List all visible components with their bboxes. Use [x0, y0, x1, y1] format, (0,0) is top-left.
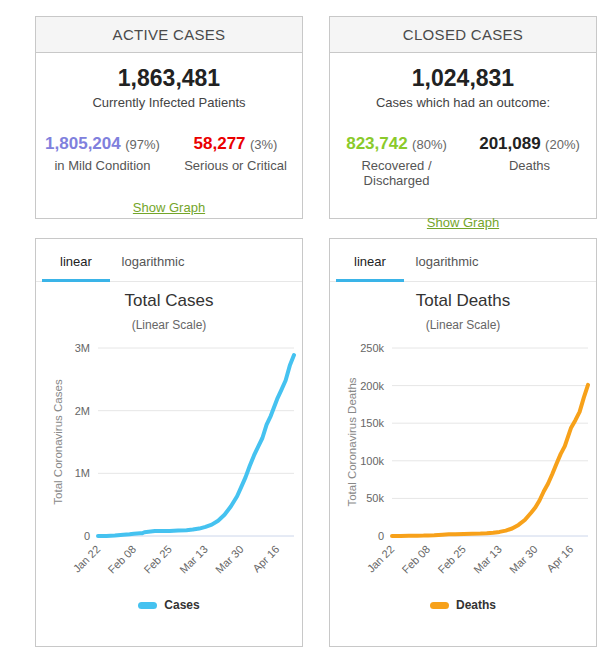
active-cases-header: ACTIVE CASES: [36, 17, 302, 53]
active-show-graph-link[interactable]: Show Graph: [133, 200, 205, 215]
y-tick-label: 2M: [75, 405, 90, 417]
x-tick-label: Apr 16: [250, 543, 281, 574]
chart-title: Total Cases: [36, 291, 302, 311]
y-axis-title: Total Coronavirus Cases: [52, 379, 64, 505]
series-line: [98, 355, 294, 536]
deaths-legend-label: Deaths: [456, 598, 496, 612]
closed-total-label: Cases which had an outcome:: [330, 95, 596, 110]
x-tick-label: Mar 13: [177, 543, 210, 576]
panel-title: ACTIVE CASES: [113, 26, 226, 43]
active-cases-panel: ACTIVE CASES 1,863,481 Currently Infecte…: [35, 16, 303, 219]
deaths-legend-item[interactable]: Deaths: [330, 598, 596, 612]
deaths-scale-tabs: linear logarithmic: [330, 239, 596, 282]
serious-critical-cell: 58,277 (3%) Serious or Critical: [169, 134, 302, 173]
closed-breakdown-row: 823,742 (80%) Recovered / Discharged 201…: [330, 134, 596, 188]
page-root: ACTIVE CASES 1,863,481 Currently Infecte…: [0, 0, 612, 670]
x-tick-label: Mar 30: [213, 543, 246, 576]
serious-critical-value: 58,277: [194, 134, 246, 153]
y-tick-label: 150k: [360, 417, 384, 429]
closed-cases-body: 1,024,831 Cases which had an outcome: 82…: [330, 65, 596, 231]
deaths-line-marker-icon: [430, 602, 449, 609]
cases-line-chart: 01M2M3MJan 22Feb 08Feb 25Mar 13Mar 30Apr…: [36, 334, 302, 596]
closed-show-graph-link[interactable]: Show Graph: [427, 215, 499, 230]
closed-cases-panel: CLOSED CASES 1,024,831 Cases which had a…: [329, 16, 597, 219]
x-tick-label: Feb 25: [435, 543, 468, 576]
y-tick-label: 3M: [75, 342, 90, 354]
recovered-value: 823,742: [346, 134, 407, 153]
x-tick-label: Jan 22: [71, 543, 103, 575]
x-tick-label: Feb 25: [141, 543, 174, 576]
y-axis-title: Total Coronavirus Deaths: [346, 377, 358, 506]
deaths-percent: (20%): [545, 137, 580, 152]
y-tick-label: 0: [378, 530, 384, 542]
chart-title: Total Deaths: [330, 291, 596, 311]
active-total-label: Currently Infected Patients: [36, 95, 302, 110]
active-breakdown-row: 1,805,204 (97%) in Mild Condition 58,277…: [36, 134, 302, 173]
tab-logarithmic[interactable]: logarithmic: [110, 239, 196, 282]
recovered-label: Recovered / Discharged: [330, 158, 463, 188]
deaths-value: 201,089: [479, 134, 540, 153]
active-cases-body: 1,863,481 Currently Infected Patients 1,…: [36, 65, 302, 216]
cases-legend-item[interactable]: Cases: [36, 598, 302, 612]
deaths-label: Deaths: [463, 158, 596, 173]
chart-subtitle: (Linear Scale): [330, 318, 596, 332]
x-tick-label: Feb 08: [400, 543, 433, 576]
x-tick-label: Mar 13: [471, 543, 504, 576]
x-tick-label: Apr 16: [544, 543, 575, 574]
cases-scale-tabs: linear logarithmic: [36, 239, 302, 282]
mild-condition-percent: (97%): [125, 137, 160, 152]
recovered-percent: (80%): [412, 137, 447, 152]
cases-legend-label: Cases: [164, 598, 199, 612]
tab-linear[interactable]: linear: [336, 239, 404, 282]
deaths-line-chart: 050k100k150k200k250kJan 22Feb 08Feb 25Ma…: [330, 334, 596, 596]
x-tick-label: Feb 08: [106, 543, 139, 576]
serious-critical-label: Serious or Critical: [169, 158, 302, 173]
y-tick-label: 1M: [75, 467, 90, 479]
y-tick-label: 100k: [360, 455, 384, 467]
mild-condition-value: 1,805,204: [45, 134, 121, 153]
panel-title: CLOSED CASES: [403, 26, 523, 43]
x-tick-label: Jan 22: [365, 543, 397, 575]
closed-total-count: 1,024,831: [330, 65, 596, 92]
total-deaths-chart-panel: linear logarithmic Total Deaths (Linear …: [329, 238, 597, 647]
deaths-cell: 201,089 (20%) Deaths: [463, 134, 596, 188]
mild-condition-label: in Mild Condition: [36, 158, 169, 173]
serious-critical-percent: (3%): [250, 137, 277, 152]
tab-logarithmic[interactable]: logarithmic: [404, 239, 490, 282]
y-tick-label: 200k: [360, 380, 384, 392]
recovered-cell: 823,742 (80%) Recovered / Discharged: [330, 134, 463, 188]
closed-cases-header: CLOSED CASES: [330, 17, 596, 53]
y-tick-label: 0: [84, 530, 90, 542]
chart-subtitle: (Linear Scale): [36, 318, 302, 332]
mild-condition-cell: 1,805,204 (97%) in Mild Condition: [36, 134, 169, 173]
y-tick-label: 250k: [360, 342, 384, 354]
total-cases-chart-panel: linear logarithmic Total Cases (Linear S…: [35, 238, 303, 647]
active-total-count: 1,863,481: [36, 65, 302, 92]
x-tick-label: Mar 30: [507, 543, 540, 576]
cases-line-marker-icon: [138, 602, 157, 609]
y-tick-label: 50k: [366, 492, 384, 504]
tab-linear[interactable]: linear: [42, 239, 110, 282]
